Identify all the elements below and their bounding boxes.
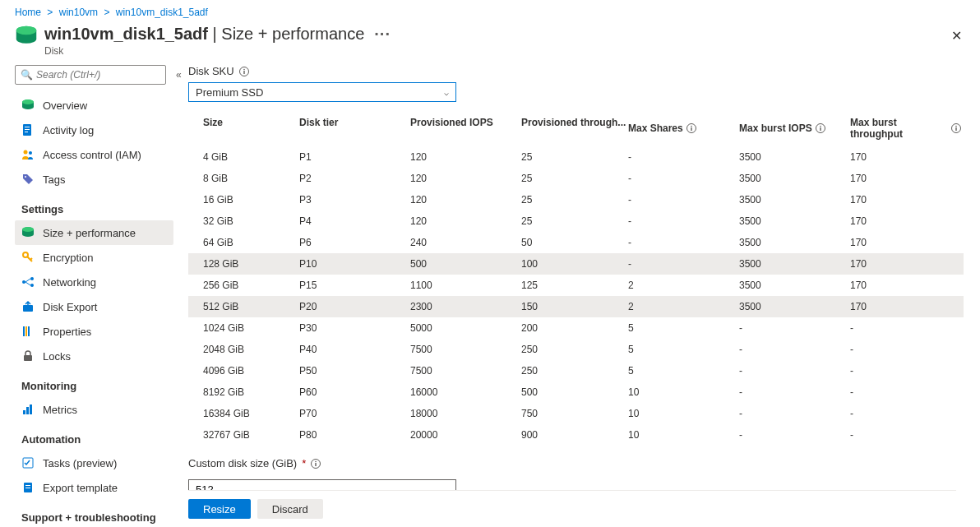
table-row[interactable]: 256 GiBP15110012523500170: [188, 275, 964, 296]
nav-item-overview[interactable]: Overview: [15, 93, 173, 118]
breadcrumb-parent[interactable]: win10vm: [59, 7, 98, 18]
info-icon[interactable]: [239, 67, 249, 76]
cell-burst-throughput: -: [850, 429, 961, 441]
cell-shares: 10: [628, 429, 739, 441]
cell-tier: P60: [299, 386, 410, 398]
resize-button[interactable]: Resize: [188, 499, 251, 519]
log-icon: [21, 123, 35, 136]
cell-iops: 5000: [410, 322, 521, 334]
table-header: Size Disk tier Provisioned IOPS Provisio…: [188, 112, 964, 146]
nav-item-networking[interactable]: Networking: [15, 270, 173, 294]
cell-size: 64 GiB: [188, 237, 299, 248]
svg-rect-23: [30, 404, 32, 414]
page-header: win10vm_disk1_5adf | Size + performance …: [0, 21, 980, 65]
nav-item-tasks-preview-[interactable]: Tasks (preview): [15, 451, 173, 475]
disk-icon: [15, 25, 38, 48]
nav-item-locks[interactable]: Locks: [15, 344, 173, 368]
cell-shares: 10: [628, 408, 739, 419]
table-row[interactable]: 2048 GiBP4075002505--: [188, 339, 964, 360]
info-icon[interactable]: [311, 459, 321, 469]
cell-burst-iops: -: [739, 344, 850, 355]
table-row[interactable]: 4 GiBP112025-3500170: [188, 146, 964, 168]
table-row[interactable]: 8192 GiBP601600050010--: [188, 381, 964, 403]
table-row[interactable]: 8 GiBP212025-3500170: [188, 168, 964, 189]
sidebar: 🔍 « OverviewActivity logAccess control (…: [0, 65, 177, 527]
nav-item-size-performance[interactable]: Size + performance: [15, 220, 173, 245]
more-button[interactable]: ···: [374, 25, 391, 44]
cell-burst-throughput: 170: [850, 215, 961, 227]
tag-icon: [21, 173, 35, 186]
table-row[interactable]: 16 GiBP312025-3500170: [188, 189, 964, 210]
svg-rect-18: [25, 326, 27, 336]
cell-burst-iops: 3500: [739, 194, 850, 206]
custom-size-label: Custom disk size (GiB) *: [188, 457, 964, 469]
cell-tier: P3: [299, 194, 410, 206]
col-tier[interactable]: Disk tier: [299, 117, 410, 140]
cell-throughput: 50: [521, 237, 628, 248]
nav-item-label: Networking: [43, 276, 96, 289]
cell-tier: P2: [299, 173, 410, 184]
svg-point-10: [29, 151, 32, 155]
close-icon[interactable]: ✕: [948, 25, 965, 47]
info-icon[interactable]: [686, 123, 696, 133]
search-input[interactable]: [36, 69, 160, 81]
breadcrumb-current[interactable]: win10vm_disk1_5adf: [116, 7, 208, 18]
breadcrumb: Home > win10vm > win10vm_disk1_5adf: [0, 0, 980, 21]
page-title: win10vm_disk1_5adf | Size + performance …: [44, 25, 948, 44]
table-row[interactable]: 1024 GiBP3050002005--: [188, 317, 964, 339]
nav-item-label: Metrics: [43, 404, 77, 416]
breadcrumb-home[interactable]: Home: [15, 7, 41, 18]
nav-item-label: Size + performance: [43, 227, 136, 239]
cell-iops: 7500: [410, 344, 521, 355]
col-shares[interactable]: Max Shares: [628, 117, 739, 140]
col-size[interactable]: Size: [188, 117, 299, 140]
svg-point-11: [25, 176, 26, 178]
col-throughput[interactable]: Provisioned through...: [521, 117, 628, 140]
nav-item-access-control-iam-[interactable]: Access control (IAM): [15, 142, 173, 167]
search-input-wrap[interactable]: 🔍: [15, 65, 166, 85]
nav-item-metrics[interactable]: Metrics: [15, 397, 173, 422]
disk-sku-dropdown[interactable]: Premium SSD ⌵: [188, 82, 456, 102]
cell-size: 32 GiB: [188, 215, 299, 227]
table-row[interactable]: 64 GiBP624050-3500170: [188, 232, 964, 253]
cell-burst-throughput: -: [850, 408, 961, 419]
cell-burst-throughput: -: [850, 365, 961, 377]
nav-item-label: Encryption: [43, 252, 93, 264]
col-burst-iops[interactable]: Max burst IOPS: [739, 117, 850, 140]
table-row[interactable]: 128 GiBP10500100-3500170: [188, 253, 964, 275]
table-row[interactable]: 4096 GiBP5075002505--: [188, 360, 964, 381]
col-iops[interactable]: Provisioned IOPS: [410, 117, 521, 140]
info-icon[interactable]: [816, 123, 825, 133]
info-icon[interactable]: [951, 123, 961, 133]
cell-burst-iops: -: [739, 322, 850, 334]
nav-item-export-template[interactable]: Export template: [15, 475, 173, 500]
cell-burst-iops: 3500: [739, 280, 850, 291]
nav-item-activity-log[interactable]: Activity log: [15, 118, 173, 142]
cell-size: 1024 GiB: [188, 322, 299, 334]
export-icon: [21, 300, 35, 313]
cell-throughput: 25: [521, 194, 628, 206]
cell-shares: -: [628, 258, 739, 270]
nav-section-settings: Settings: [15, 192, 173, 220]
table-row[interactable]: 32 GiBP412025-3500170: [188, 210, 964, 232]
footer-bar: Resize Discard: [188, 490, 956, 527]
svg-rect-17: [23, 326, 25, 336]
svg-rect-19: [28, 326, 30, 336]
discard-button[interactable]: Discard: [257, 499, 323, 519]
nav-item-disk-export[interactable]: Disk Export: [15, 294, 173, 319]
nav-item-tags[interactable]: Tags: [15, 167, 173, 192]
nav-item-label: Tasks (preview): [43, 457, 117, 469]
page-subtitle: Disk: [44, 45, 948, 57]
table-row[interactable]: 512 GiBP20230015023500170: [188, 296, 964, 317]
disk-size-table: Size Disk tier Provisioned IOPS Provisio…: [188, 112, 964, 446]
cell-tier: P50: [299, 365, 410, 377]
table-row[interactable]: 32767 GiBP802000090010--: [188, 424, 964, 446]
cell-iops: 20000: [410, 429, 521, 441]
nav-item-encryption[interactable]: Encryption: [15, 245, 173, 270]
cell-size: 8192 GiB: [188, 386, 299, 398]
cell-burst-iops: 3500: [739, 173, 850, 184]
search-icon: 🔍: [21, 69, 33, 81]
table-row[interactable]: 16384 GiBP701800075010--: [188, 403, 964, 424]
nav-item-properties[interactable]: Properties: [15, 319, 173, 344]
col-burst-throughput[interactable]: Max burst throughput: [850, 117, 961, 140]
